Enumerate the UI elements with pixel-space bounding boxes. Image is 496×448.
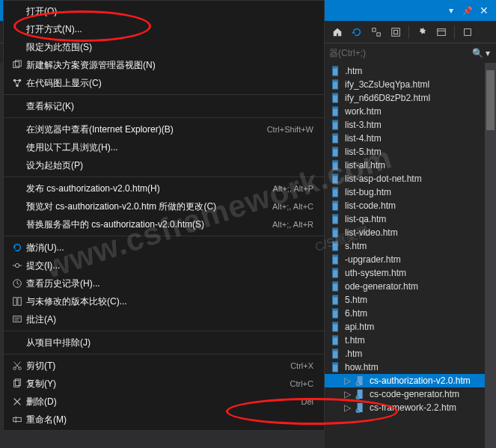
svg-rect-30 <box>333 215 338 217</box>
file-row[interactable]: api.htm <box>325 320 496 334</box>
search-icon[interactable]: 🔍 ▾ <box>472 48 490 58</box>
file-name: list-all.htm <box>345 160 385 171</box>
file-icon <box>331 295 341 305</box>
menu-item-4[interactable]: 在代码图上显示(C) <box>4 74 324 92</box>
file-icon <box>331 93 341 103</box>
file-icon <box>331 362 341 372</box>
file-name: .htm <box>345 66 362 76</box>
menu-item-1[interactable]: 打开方式(N)... <box>4 20 324 38</box>
file-row[interactable]: list-5.htm <box>325 145 496 159</box>
svg-rect-69 <box>18 298 21 306</box>
file-icon <box>331 308 341 319</box>
file-icon <box>331 120 341 130</box>
menu-shortcut: Alt+;, Alt+C <box>272 202 313 211</box>
file-name: work.htm <box>345 106 382 117</box>
file-icon <box>331 281 341 292</box>
file-row[interactable]: .htm <box>325 64 496 78</box>
file-icon <box>331 322 341 332</box>
menu-item-20[interactable]: 批注(A) <box>4 310 324 328</box>
menu-item-2[interactable]: 限定为此范围(S) <box>4 38 324 56</box>
file-row[interactable]: list-code.htm <box>325 199 496 212</box>
file-icon <box>331 200 341 211</box>
file-row[interactable]: list-qa.htm <box>325 212 496 226</box>
menu-item-13[interactable]: 预览对 cs-authorization-v2.0.htm 所做的更改(C)Al… <box>4 197 324 215</box>
more-button[interactable] <box>459 24 476 40</box>
file-row[interactable]: list-bug.htm <box>325 185 496 199</box>
menu-item-14[interactable]: 替换服务器中的 cs-authorization-v2.0.htm(S)Alt+… <box>4 215 324 233</box>
expand-icon[interactable]: ▷ <box>344 375 352 386</box>
menu-item-22[interactable]: 从项目中排除(J) <box>4 334 324 352</box>
svg-rect-42 <box>333 295 338 298</box>
svg-rect-34 <box>333 242 338 244</box>
file-row[interactable]: ▷cs-code-generator.htm <box>325 387 496 401</box>
preview-button[interactable] <box>433 24 450 40</box>
collapse-button[interactable] <box>368 24 385 40</box>
close-icon[interactable]: ✕ <box>478 4 490 16</box>
file-row[interactable]: work.htm <box>325 105 496 118</box>
menu-shortcut: Ctrl+X <box>290 361 313 370</box>
file-row[interactable]: ify_3cZsUeqYpa.html <box>325 78 496 91</box>
menu-item-19[interactable]: 与未修改的版本比较(C)... <box>4 292 324 310</box>
file-name: cs-code-generator.htm <box>370 389 459 399</box>
file-name: t.htm <box>345 335 365 346</box>
file-name: list-code.htm <box>345 200 396 211</box>
commit-icon <box>8 260 26 271</box>
menu-item-17[interactable]: 提交(I)... <box>4 257 324 274</box>
file-name: s.htm <box>345 241 367 251</box>
file-row[interactable]: ▷cs-framework-2.2.htm <box>325 401 496 414</box>
file-row[interactable]: list-video.htm <box>325 226 496 239</box>
menu-item-27[interactable]: 重命名(M) <box>4 411 324 429</box>
file-row[interactable]: how.htm <box>325 360 496 374</box>
file-name: -upgrader.htm <box>345 254 401 265</box>
menu-item-24[interactable]: 剪切(T)Ctrl+X <box>4 357 324 375</box>
svg-rect-16 <box>333 120 338 123</box>
svg-rect-20 <box>333 147 338 150</box>
show-all-button[interactable] <box>388 24 404 40</box>
file-row[interactable]: t.htm <box>325 334 496 347</box>
menu-item-18[interactable]: 查看历史记录(H)... <box>4 274 324 292</box>
file-tree-panel: .htmify_3cZsUeqYpa.htmlify_n6d6D8zPb2.ht… <box>325 63 496 448</box>
menu-item-3[interactable]: 新建解决方案资源管理器视图(N) <box>4 56 324 74</box>
file-row[interactable]: .htm <box>325 347 496 360</box>
menu-shortcut: Del <box>301 397 313 406</box>
menu-item-10[interactable]: 设为起始页(P) <box>4 156 324 174</box>
file-row[interactable]: -upgrader.htm <box>325 253 496 266</box>
properties-button[interactable] <box>414 24 430 40</box>
file-row[interactable]: uth-system.htm <box>325 266 496 280</box>
menu-label: 从项目中排除(J) <box>26 337 313 349</box>
menu-item-25[interactable]: 复制(Y)Ctrl+C <box>4 375 324 393</box>
new-view-icon <box>8 60 26 70</box>
expand-icon[interactable]: ▷ <box>344 389 352 399</box>
scrollbar[interactable] <box>485 63 496 448</box>
menu-item-6[interactable]: 查看标记(K) <box>4 97 324 115</box>
menu-label: 撤消(U)... <box>26 242 313 254</box>
menu-item-9[interactable]: 使用以下工具浏览(H)... <box>4 138 324 156</box>
menu-item-8[interactable]: 在浏览器中查看(Internet Explorer)(B)Ctrl+Shift+… <box>4 120 324 138</box>
svg-rect-60 <box>15 61 21 67</box>
dropdown-icon[interactable]: ▾ <box>445 4 457 16</box>
menu-item-16[interactable]: 撤消(U)... <box>4 239 324 257</box>
file-row[interactable]: ify_n6d6D8zPb2.html <box>325 91 496 105</box>
file-row[interactable]: ▷cs-authorization-v2.0.htm <box>325 374 496 387</box>
file-row[interactable]: 5.htm <box>325 293 496 307</box>
refresh-button[interactable] <box>349 24 365 40</box>
file-row[interactable]: list-asp-dot-net.htm <box>325 172 496 185</box>
menu-item-0[interactable]: 打开(O) <box>4 2 324 20</box>
svg-rect-50 <box>333 349 338 352</box>
menu-item-12[interactable]: 发布 cs-authorization-v2.0.htm(H)Alt+;, Al… <box>4 179 324 197</box>
file-row[interactable]: list-all.htm <box>325 159 496 172</box>
home-button[interactable] <box>329 24 346 40</box>
file-icon <box>331 227 341 238</box>
file-row[interactable]: s.htm <box>325 239 496 253</box>
file-name: list-qa.htm <box>345 214 386 224</box>
scrollbar-thumb[interactable] <box>486 70 495 130</box>
file-row[interactable]: list-4.htm <box>325 132 496 145</box>
file-row[interactable]: list-3.htm <box>325 118 496 132</box>
menu-label: 打开(O) <box>26 5 313 18</box>
file-row[interactable]: 6.htm <box>325 307 496 320</box>
svg-point-56 <box>356 396 360 399</box>
pin-icon[interactable]: 📌 <box>462 4 474 16</box>
menu-item-26[interactable]: 删除(D)Del <box>4 393 324 411</box>
file-row[interactable]: ode-generator.htm <box>325 280 496 293</box>
expand-icon[interactable]: ▷ <box>344 402 352 413</box>
